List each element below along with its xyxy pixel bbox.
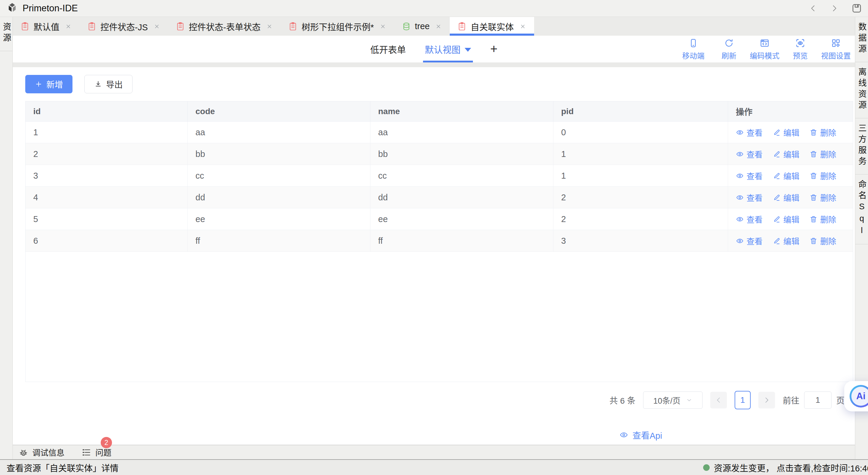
eye-icon xyxy=(736,237,744,245)
toolbar-view-settings[interactable]: 视图设置 xyxy=(819,38,852,61)
toolbar-refresh[interactable]: 刷新 xyxy=(712,38,746,61)
view-link[interactable]: 查看 xyxy=(736,235,763,247)
resource-change-notice[interactable]: 资源发生变更， 点击查看,检查时间:16:46 xyxy=(703,461,868,474)
cell-actions: 查看 编辑 删除 xyxy=(728,208,853,230)
close-icon[interactable] xyxy=(154,23,160,30)
delete-link[interactable]: 删除 xyxy=(809,127,836,138)
view-link[interactable]: 查看 xyxy=(736,170,763,182)
pencil-icon xyxy=(773,150,781,158)
data-table: id code name pid 操作 1 aa aa 0 查看 编辑 删除 2… xyxy=(25,101,853,382)
add-button[interactable]: 新增 xyxy=(25,75,72,93)
table-row: 4 dd dd 2 查看 编辑 删除 xyxy=(26,187,853,208)
edit-link[interactable]: 编辑 xyxy=(773,235,799,247)
total-count: 共 6 条 xyxy=(610,394,636,406)
column-header-code[interactable]: code xyxy=(188,101,370,122)
edit-link[interactable]: 编辑 xyxy=(773,170,799,182)
column-header-actions[interactable]: 操作 xyxy=(728,101,853,122)
close-icon[interactable] xyxy=(65,23,71,30)
column-header-id[interactable]: id xyxy=(26,101,188,122)
debug-info-button[interactable]: 调试信息 xyxy=(19,446,64,458)
cell-name: ee xyxy=(370,208,553,230)
view-link[interactable]: 查看 xyxy=(736,192,763,203)
ai-assistant-button[interactable]: Ai xyxy=(844,381,868,411)
plus-icon xyxy=(35,80,42,88)
right-rail-item-third-party-services[interactable]: 三方服务 xyxy=(855,118,868,175)
table-row: 1 aa aa 0 查看 编辑 删除 xyxy=(26,122,853,143)
right-rail-item-datasource[interactable]: 数据源 xyxy=(855,17,868,62)
tab-widget-state-js[interactable]: 控件状态-JS xyxy=(80,17,168,36)
column-header-pid[interactable]: pid xyxy=(553,101,728,122)
prev-page-button[interactable] xyxy=(710,392,727,408)
page-size-select[interactable]: 10条/页 xyxy=(643,391,703,409)
delete-link[interactable]: 删除 xyxy=(809,235,836,247)
close-icon[interactable] xyxy=(380,23,386,30)
current-page[interactable]: 1 xyxy=(735,391,751,409)
toolbar-mobile[interactable]: 移动端 xyxy=(677,38,710,61)
nav-forward-icon[interactable] xyxy=(830,4,839,13)
tab-default-view[interactable]: 默认视图 xyxy=(425,36,471,62)
cell-id: 1 xyxy=(26,122,188,143)
pencil-icon xyxy=(773,194,781,202)
tab-self-related-entity[interactable]: 自关联实体 xyxy=(450,17,534,36)
nav-back-icon[interactable] xyxy=(809,4,817,13)
close-icon[interactable] xyxy=(266,23,273,30)
tab-tree[interactable]: tree xyxy=(394,17,450,36)
edit-link[interactable]: 编辑 xyxy=(773,213,799,225)
view-api-link[interactable]: 查看Api xyxy=(619,428,662,441)
bottom-panel-bar: 调试信息 问题 2 xyxy=(13,445,855,459)
chevron-down-icon[interactable] xyxy=(465,48,471,52)
right-rail-item-named-sql[interactable]: 命名Sql xyxy=(855,175,868,244)
column-header-name[interactable]: name xyxy=(370,101,553,122)
cell-id: 2 xyxy=(26,143,188,165)
add-view-button[interactable]: + xyxy=(490,36,498,62)
delete-link[interactable]: 删除 xyxy=(809,192,836,203)
view-link[interactable]: 查看 xyxy=(736,127,763,138)
sidebar-item-resources[interactable]: 资源 xyxy=(0,17,12,51)
view-link[interactable]: 查看 xyxy=(736,213,763,225)
main-content: 新增 导出 id code name pid 操作 1 aa aa 0 查看 编… xyxy=(13,67,855,445)
cell-id: 5 xyxy=(26,208,188,230)
close-icon[interactable] xyxy=(520,23,526,30)
form-icon xyxy=(289,22,297,31)
cell-code: ee xyxy=(188,208,370,230)
cell-id: 4 xyxy=(26,187,188,208)
close-icon[interactable] xyxy=(435,23,442,30)
cell-pid: 1 xyxy=(553,165,728,187)
table-row: 5 ee ee 2 查看 编辑 删除 xyxy=(26,208,853,230)
toolbar-preview[interactable]: 预览 xyxy=(784,38,817,61)
export-button[interactable]: 导出 xyxy=(84,75,132,93)
delete-link[interactable]: 删除 xyxy=(809,148,836,160)
edit-link[interactable]: 编辑 xyxy=(773,127,799,138)
toolbar-code-mode[interactable]: 编码模式 xyxy=(748,38,781,61)
trash-icon xyxy=(809,194,817,202)
cell-name: bb xyxy=(370,143,553,165)
left-sidebar-rail: 资源 xyxy=(0,17,13,459)
view-link[interactable]: 查看 xyxy=(736,148,763,160)
save-icon[interactable] xyxy=(851,3,862,14)
delete-link[interactable]: 删除 xyxy=(809,213,836,225)
chevron-right-icon xyxy=(763,396,771,404)
tab-tree-dropdown-example[interactable]: 树形下拉组件示例* xyxy=(281,17,394,36)
view-settings-icon xyxy=(831,38,841,48)
table-row: 3 cc cc 1 查看 编辑 删除 xyxy=(26,165,853,187)
delete-link[interactable]: 删除 xyxy=(809,170,836,182)
tab-default-value[interactable]: 默认值 xyxy=(13,17,80,36)
app-logo-icon xyxy=(6,2,19,14)
problems-button[interactable]: 问题 2 xyxy=(82,446,112,458)
cell-actions: 查看 编辑 删除 xyxy=(728,165,853,187)
right-rail-item-offline-resources[interactable]: 离线资源 xyxy=(855,62,868,118)
edit-link[interactable]: 编辑 xyxy=(773,148,799,160)
editor-tab-bar: 默认值 控件状态-JS 控件状态-表单状态 树形下拉组件示例* tree 自关联… xyxy=(13,17,855,36)
table-row: 6 ff ff 3 查看 编辑 删除 xyxy=(26,230,853,252)
goto-page-input[interactable] xyxy=(804,391,832,409)
tab-low-code-form[interactable]: 低开表单 xyxy=(370,36,406,62)
next-page-button[interactable] xyxy=(758,392,775,408)
cell-actions: 查看 编辑 删除 xyxy=(728,230,853,252)
edit-link[interactable]: 编辑 xyxy=(773,192,799,203)
bug-icon xyxy=(19,448,28,457)
cell-name: aa xyxy=(370,122,553,143)
form-icon xyxy=(458,22,466,31)
cell-code: ff xyxy=(188,230,370,252)
trash-icon xyxy=(809,172,817,180)
tab-widget-state-form-state[interactable]: 控件状态-表单状态 xyxy=(168,17,281,36)
